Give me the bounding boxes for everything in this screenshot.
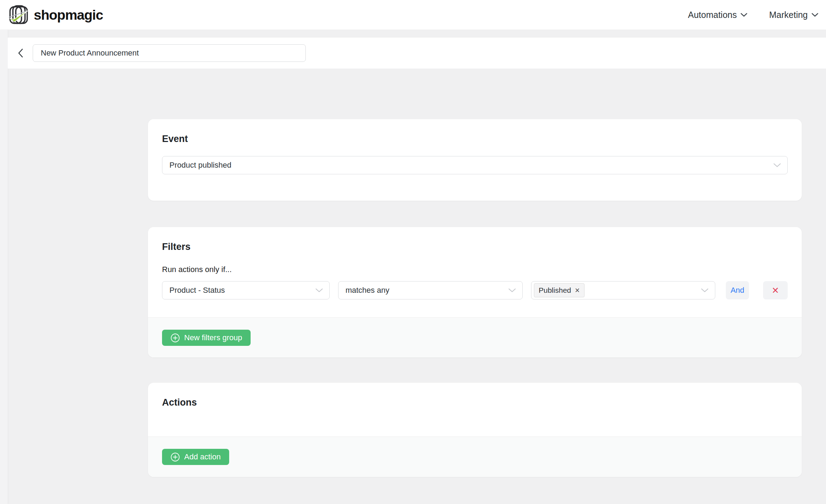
selected-value-tag: Published × — [534, 283, 585, 297]
nav-automations-label: Automations — [688, 11, 737, 19]
selected-value-label: Published — [539, 286, 571, 295]
filters-card-footer: New filters group — [148, 317, 802, 357]
event-select[interactable]: Product published — [162, 156, 788, 174]
new-filters-group-button[interactable]: New filters group — [162, 330, 251, 346]
chevron-down-icon — [701, 288, 709, 292]
add-action-label: Add action — [184, 452, 221, 461]
filter-values-multiselect[interactable]: Published × — [531, 281, 716, 299]
event-card-title: Event — [148, 119, 802, 144]
filters-card-title: Filters — [148, 227, 802, 252]
filter-operator-value: matches any — [346, 286, 389, 295]
plus-circle-icon — [170, 333, 180, 343]
actions-card-footer: Add action — [148, 437, 802, 477]
chevron-down-icon — [773, 163, 781, 167]
remove-filter-button[interactable]: ✕ — [763, 281, 788, 299]
add-action-button[interactable]: Add action — [162, 449, 229, 465]
event-card: Event Product published — [148, 119, 802, 201]
chevron-left-icon — [18, 49, 23, 58]
filter-field-select[interactable]: Product - Status — [162, 281, 330, 299]
add-and-condition-button[interactable]: And — [726, 281, 749, 299]
automation-name-input[interactable] — [33, 44, 306, 62]
new-filters-group-label: New filters group — [184, 333, 242, 342]
actions-card-title: Actions — [148, 383, 802, 408]
filter-operator-select[interactable]: matches any — [338, 281, 523, 299]
app-header: shopmagic Automations Marketing — [0, 0, 826, 30]
automation-toolbar — [8, 38, 826, 69]
chevron-down-icon — [315, 288, 323, 292]
nav-marketing-label: Marketing — [769, 11, 808, 19]
brand-wordmark: shopmagic — [34, 8, 103, 22]
back-button[interactable] — [13, 45, 28, 61]
filter-field-value: Product - Status — [169, 286, 225, 295]
filters-subtitle: Run actions only if... — [162, 265, 788, 274]
nav-item-marketing[interactable]: Marketing — [769, 11, 818, 19]
remove-tag-icon[interactable]: × — [575, 286, 580, 295]
main-nav: Automations Marketing — [688, 11, 818, 19]
left-rail — [0, 30, 8, 504]
chevron-down-icon — [508, 288, 516, 292]
shopmagic-logo-icon — [8, 4, 29, 25]
plus-circle-icon — [170, 452, 180, 462]
chevron-down-icon — [741, 13, 747, 17]
brand-logo[interactable]: shopmagic — [8, 4, 103, 25]
chevron-down-icon — [812, 13, 818, 17]
nav-item-automations[interactable]: Automations — [688, 11, 747, 19]
event-select-value: Product published — [169, 161, 231, 170]
actions-card: Actions Add action — [148, 383, 802, 477]
filter-row: Product - Status matches any Published × — [162, 281, 788, 299]
filters-card: Filters Run actions only if... Product -… — [148, 227, 802, 357]
